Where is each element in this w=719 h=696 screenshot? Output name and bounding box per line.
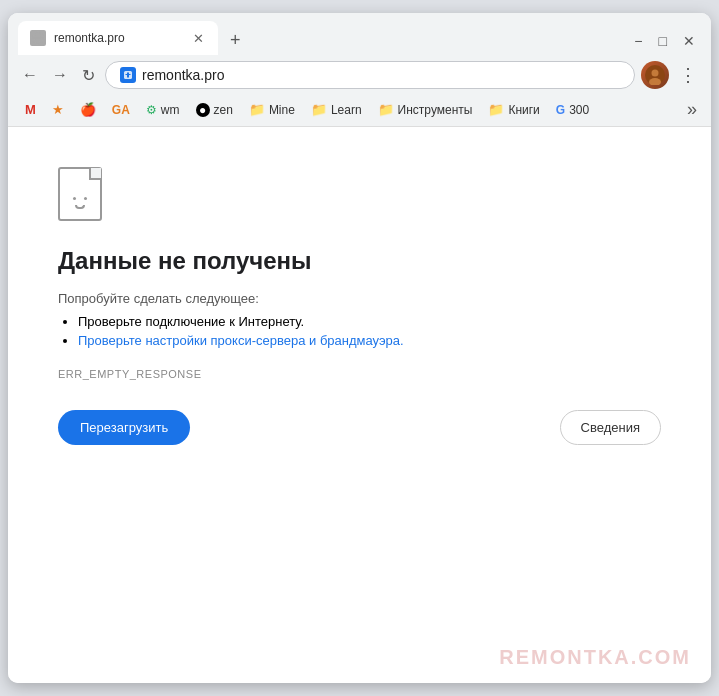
reload-button[interactable]: Перезагрузить	[58, 410, 190, 445]
folder-instruments-icon: 📁	[378, 102, 394, 117]
tab-label: remontka.pro	[54, 31, 183, 45]
back-button[interactable]: ←	[18, 64, 42, 86]
error-page-fold	[89, 168, 101, 180]
error-step-1: Проверьте подключение к Интернету.	[78, 314, 661, 329]
window-controls: − □ ✕	[628, 31, 701, 51]
bookmark-ga[interactable]: GA	[105, 100, 137, 120]
error-mouth	[75, 205, 85, 209]
error-page-rect	[58, 167, 102, 221]
reload-nav-button[interactable]: ↻	[78, 64, 99, 87]
error-steps-list: Проверьте подключение к Интернету. Прове…	[58, 314, 661, 352]
bookmark-mine[interactable]: 📁 Mine	[242, 99, 302, 120]
svg-point-7	[652, 70, 659, 77]
bookmark-instruments[interactable]: 📁 Инструменты	[371, 99, 480, 120]
error-eye-right	[84, 197, 87, 200]
browser-window: remontka.pro ✕ + − □ ✕ ← → ↻	[8, 13, 711, 683]
error-code: ERR_EMPTY_RESPONSE	[58, 368, 661, 380]
bookmark-learn[interactable]: 📁 Learn	[304, 99, 369, 120]
error-step-1-text: Проверьте подключение к Интернету.	[78, 314, 304, 329]
bookmark-wm-label: wm	[161, 103, 180, 117]
g-icon: G	[556, 103, 565, 117]
bookmark-instruments-label: Инструменты	[398, 103, 473, 117]
details-button[interactable]: Сведения	[560, 410, 661, 445]
page-content: Данные не получены Попробуйте сделать сл…	[8, 127, 711, 683]
title-bar: remontka.pro ✕ + − □ ✕	[8, 13, 711, 55]
bookmark-gmail[interactable]: M	[18, 99, 43, 120]
bookmark-books-label: Книги	[508, 103, 539, 117]
bookmarks-bar: M ★ 🍎 GA ⚙ wm ● zen 📁 Mine 📁 Learn 📁 И	[8, 95, 711, 127]
error-eye-left	[73, 197, 76, 200]
active-tab[interactable]: remontka.pro ✕	[18, 21, 218, 55]
bookmark-g300-label: 300	[569, 103, 589, 117]
error-eyes	[73, 197, 87, 200]
error-actions: Перезагрузить Сведения	[58, 410, 661, 445]
new-tab-button[interactable]: +	[222, 30, 249, 51]
bookmark-mine-label: Mine	[269, 103, 295, 117]
error-step-2-link[interactable]: Проверьте настройки прокси-сервера и бра…	[78, 333, 404, 348]
bookmark-zen[interactable]: ● zen	[189, 100, 240, 120]
forward-button[interactable]: →	[48, 64, 72, 86]
address-bar-icon	[120, 67, 136, 83]
error-page-icon	[58, 167, 113, 227]
bookmark-g300[interactable]: G 300	[549, 100, 596, 120]
error-subtitle: Попробуйте сделать следующее:	[58, 291, 661, 306]
bookmark-learn-label: Learn	[331, 103, 362, 117]
maximize-button[interactable]: □	[653, 31, 673, 51]
tab-favicon	[30, 30, 46, 46]
bookmark-star[interactable]: ★	[45, 99, 71, 120]
browser-menu-button[interactable]: ⋮	[675, 62, 701, 88]
url-input[interactable]	[142, 67, 620, 83]
bookmark-zen-label: zen	[214, 103, 233, 117]
zen-icon: ●	[196, 103, 210, 117]
minimize-button[interactable]: −	[628, 31, 648, 51]
folder-mine-icon: 📁	[249, 102, 265, 117]
error-step-2: Проверьте настройки прокси-сервера и бра…	[78, 333, 661, 348]
folder-learn-icon: 📁	[311, 102, 327, 117]
tab-close-button[interactable]: ✕	[191, 31, 206, 46]
profile-avatar[interactable]	[641, 61, 669, 89]
bookmark-apple[interactable]: 🍎	[73, 99, 103, 120]
apple-icon: 🍎	[80, 102, 96, 117]
error-title: Данные не получены	[58, 247, 661, 275]
ga-icon: GA	[112, 103, 130, 117]
star-icon: ★	[52, 102, 64, 117]
bookmark-wm[interactable]: ⚙ wm	[139, 100, 187, 120]
folder-books-icon: 📁	[488, 102, 504, 117]
gmail-icon: M	[25, 102, 36, 117]
wm-icon: ⚙	[146, 103, 157, 117]
error-icon-wrap	[58, 167, 661, 227]
address-bar[interactable]	[105, 61, 635, 89]
watermark: REMONTKA.COM	[499, 646, 691, 669]
nav-bar: ← → ↻ ⋮	[8, 55, 711, 95]
error-page-face	[73, 197, 87, 209]
bookmarks-more-button[interactable]: »	[683, 97, 701, 122]
tab-row: remontka.pro ✕ + − □ ✕	[18, 21, 701, 55]
svg-rect-5	[127, 73, 129, 78]
close-button[interactable]: ✕	[677, 31, 701, 51]
bookmark-books[interactable]: 📁 Книги	[481, 99, 546, 120]
